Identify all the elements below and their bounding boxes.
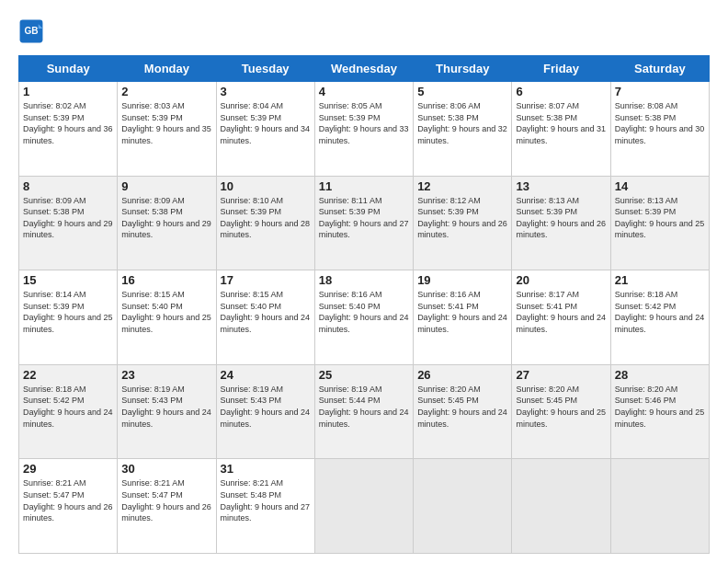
- weekday-thursday: Thursday: [414, 56, 512, 82]
- week-row-5: 29Sunrise: 8:21 AM Sunset: 5:47 PM Dayli…: [19, 459, 710, 554]
- day-number: 27: [516, 368, 606, 382]
- day-number: 20: [516, 273, 606, 287]
- day-cell: 17Sunrise: 8:15 AM Sunset: 5:40 PM Dayli…: [216, 270, 314, 365]
- weekday-header-row: SundayMondayTuesdayWednesdayThursdayFrid…: [19, 56, 710, 82]
- week-row-4: 22Sunrise: 8:18 AM Sunset: 5:42 PM Dayli…: [19, 364, 710, 459]
- day-cell: 4Sunrise: 8:05 AM Sunset: 5:39 PM Daylig…: [314, 82, 413, 177]
- day-cell: 1Sunrise: 8:02 AM Sunset: 5:39 PM Daylig…: [19, 82, 118, 177]
- day-info: Sunrise: 8:21 AM Sunset: 5:47 PM Dayligh…: [121, 477, 211, 523]
- day-info: Sunrise: 8:04 AM Sunset: 5:39 PM Dayligh…: [221, 100, 311, 146]
- day-number: 5: [417, 85, 507, 98]
- day-info: Sunrise: 8:14 AM Sunset: 5:39 PM Dayligh…: [23, 289, 113, 335]
- day-info: Sunrise: 8:17 AM Sunset: 5:41 PM Dayligh…: [516, 289, 606, 335]
- weekday-saturday: Saturday: [610, 56, 709, 82]
- week-row-1: 1Sunrise: 8:02 AM Sunset: 5:39 PM Daylig…: [19, 82, 710, 177]
- day-cell: 6Sunrise: 8:07 AM Sunset: 5:38 PM Daylig…: [512, 82, 610, 177]
- svg-text:GB: GB: [24, 26, 38, 36]
- day-cell: 30Sunrise: 8:21 AM Sunset: 5:47 PM Dayli…: [118, 459, 216, 554]
- day-number: 16: [121, 273, 211, 287]
- header: GB: [18, 18, 710, 44]
- day-number: 22: [23, 368, 113, 382]
- day-number: 30: [121, 462, 211, 476]
- day-number: 10: [221, 179, 311, 193]
- day-cell: [610, 459, 709, 554]
- day-cell: 5Sunrise: 8:06 AM Sunset: 5:38 PM Daylig…: [414, 82, 512, 177]
- day-cell: 23Sunrise: 8:19 AM Sunset: 5:43 PM Dayli…: [118, 364, 216, 459]
- day-info: Sunrise: 8:19 AM Sunset: 5:43 PM Dayligh…: [121, 384, 211, 430]
- day-number: 4: [319, 85, 409, 98]
- day-info: Sunrise: 8:13 AM Sunset: 5:39 PM Dayligh…: [615, 195, 705, 241]
- day-cell: 7Sunrise: 8:08 AM Sunset: 5:38 PM Daylig…: [610, 82, 709, 177]
- day-info: Sunrise: 8:19 AM Sunset: 5:44 PM Dayligh…: [319, 384, 409, 430]
- day-number: 24: [221, 368, 311, 382]
- day-number: 6: [516, 85, 606, 98]
- weekday-friday: Friday: [512, 56, 610, 82]
- day-number: 8: [23, 179, 113, 193]
- week-row-2: 8Sunrise: 8:09 AM Sunset: 5:38 PM Daylig…: [19, 176, 710, 270]
- day-number: 25: [319, 368, 409, 382]
- day-number: 7: [615, 85, 705, 98]
- day-number: 26: [417, 368, 507, 382]
- day-cell: 24Sunrise: 8:19 AM Sunset: 5:43 PM Dayli…: [216, 364, 314, 459]
- day-cell: 3Sunrise: 8:04 AM Sunset: 5:39 PM Daylig…: [216, 82, 314, 177]
- day-cell: [512, 459, 610, 554]
- weekday-tuesday: Tuesday: [216, 56, 314, 82]
- day-number: 29: [23, 462, 113, 476]
- day-info: Sunrise: 8:10 AM Sunset: 5:39 PM Dayligh…: [221, 195, 311, 241]
- day-info: Sunrise: 8:12 AM Sunset: 5:39 PM Dayligh…: [417, 195, 507, 241]
- day-number: 12: [417, 179, 507, 193]
- day-info: Sunrise: 8:06 AM Sunset: 5:38 PM Dayligh…: [417, 100, 507, 146]
- day-cell: 22Sunrise: 8:18 AM Sunset: 5:42 PM Dayli…: [19, 364, 118, 459]
- logo-icon: GB: [18, 18, 44, 44]
- day-info: Sunrise: 8:11 AM Sunset: 5:39 PM Dayligh…: [319, 195, 409, 241]
- day-number: 21: [615, 273, 705, 287]
- week-row-3: 15Sunrise: 8:14 AM Sunset: 5:39 PM Dayli…: [19, 270, 710, 365]
- day-cell: 16Sunrise: 8:15 AM Sunset: 5:40 PM Dayli…: [118, 270, 216, 365]
- day-cell: [314, 459, 413, 554]
- day-cell: 20Sunrise: 8:17 AM Sunset: 5:41 PM Dayli…: [512, 270, 610, 365]
- day-info: Sunrise: 8:20 AM Sunset: 5:45 PM Dayligh…: [417, 384, 507, 430]
- day-info: Sunrise: 8:07 AM Sunset: 5:38 PM Dayligh…: [516, 100, 606, 146]
- day-cell: 14Sunrise: 8:13 AM Sunset: 5:39 PM Dayli…: [610, 176, 709, 270]
- day-number: 2: [121, 85, 211, 98]
- day-info: Sunrise: 8:16 AM Sunset: 5:40 PM Dayligh…: [319, 289, 409, 335]
- day-info: Sunrise: 8:05 AM Sunset: 5:39 PM Dayligh…: [319, 100, 409, 146]
- day-number: 1: [23, 85, 113, 98]
- day-info: Sunrise: 8:20 AM Sunset: 5:46 PM Dayligh…: [615, 384, 705, 430]
- day-cell: 27Sunrise: 8:20 AM Sunset: 5:45 PM Dayli…: [512, 364, 610, 459]
- day-number: 3: [221, 85, 311, 98]
- day-info: Sunrise: 8:18 AM Sunset: 5:42 PM Dayligh…: [615, 289, 705, 335]
- day-number: 19: [417, 273, 507, 287]
- day-info: Sunrise: 8:09 AM Sunset: 5:38 PM Dayligh…: [121, 195, 211, 241]
- day-cell: 9Sunrise: 8:09 AM Sunset: 5:38 PM Daylig…: [118, 176, 216, 270]
- day-info: Sunrise: 8:08 AM Sunset: 5:38 PM Dayligh…: [615, 100, 705, 146]
- day-info: Sunrise: 8:03 AM Sunset: 5:39 PM Dayligh…: [121, 100, 211, 146]
- day-number: 11: [319, 179, 409, 193]
- day-number: 9: [121, 179, 211, 193]
- day-number: 31: [221, 462, 311, 476]
- day-cell: [414, 459, 512, 554]
- day-info: Sunrise: 8:16 AM Sunset: 5:41 PM Dayligh…: [417, 289, 507, 335]
- day-cell: 11Sunrise: 8:11 AM Sunset: 5:39 PM Dayli…: [314, 176, 413, 270]
- day-cell: 31Sunrise: 8:21 AM Sunset: 5:48 PM Dayli…: [216, 459, 314, 554]
- day-info: Sunrise: 8:20 AM Sunset: 5:45 PM Dayligh…: [516, 384, 606, 430]
- day-number: 28: [615, 368, 705, 382]
- day-cell: 10Sunrise: 8:10 AM Sunset: 5:39 PM Dayli…: [216, 176, 314, 270]
- day-cell: 19Sunrise: 8:16 AM Sunset: 5:41 PM Dayli…: [414, 270, 512, 365]
- day-info: Sunrise: 8:15 AM Sunset: 5:40 PM Dayligh…: [121, 289, 211, 335]
- day-cell: 29Sunrise: 8:21 AM Sunset: 5:47 PM Dayli…: [19, 459, 118, 554]
- day-cell: 21Sunrise: 8:18 AM Sunset: 5:42 PM Dayli…: [610, 270, 709, 365]
- day-number: 14: [615, 179, 705, 193]
- day-number: 23: [121, 368, 211, 382]
- day-cell: 2Sunrise: 8:03 AM Sunset: 5:39 PM Daylig…: [118, 82, 216, 177]
- day-cell: 13Sunrise: 8:13 AM Sunset: 5:39 PM Dayli…: [512, 176, 610, 270]
- day-number: 13: [516, 179, 606, 193]
- day-cell: 25Sunrise: 8:19 AM Sunset: 5:44 PM Dayli…: [314, 364, 413, 459]
- day-number: 15: [23, 273, 113, 287]
- day-info: Sunrise: 8:15 AM Sunset: 5:40 PM Dayligh…: [221, 289, 311, 335]
- day-cell: 12Sunrise: 8:12 AM Sunset: 5:39 PM Dayli…: [414, 176, 512, 270]
- calendar-table: SundayMondayTuesdayWednesdayThursdayFrid…: [18, 55, 710, 554]
- day-number: 17: [221, 273, 311, 287]
- day-info: Sunrise: 8:13 AM Sunset: 5:39 PM Dayligh…: [516, 195, 606, 241]
- day-cell: 15Sunrise: 8:14 AM Sunset: 5:39 PM Dayli…: [19, 270, 118, 365]
